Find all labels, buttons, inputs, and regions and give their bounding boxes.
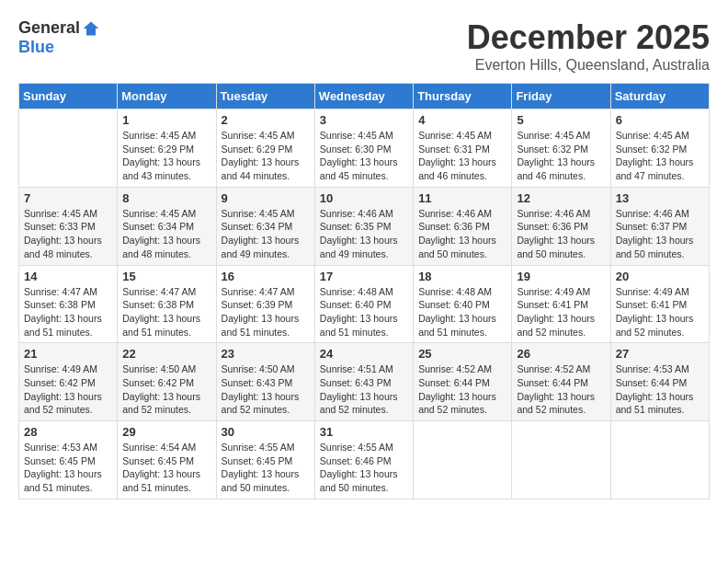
day-number: 8 bbox=[122, 191, 210, 205]
day-number: 13 bbox=[616, 191, 704, 205]
calendar-cell: 20Sunrise: 4:49 AMSunset: 6:41 PMDayligh… bbox=[610, 265, 709, 343]
day-info: Sunrise: 4:46 AMSunset: 6:36 PMDaylight:… bbox=[418, 207, 506, 261]
calendar-cell: 29Sunrise: 4:54 AMSunset: 6:45 PMDayligh… bbox=[118, 421, 216, 500]
calendar-cell: 18Sunrise: 4:48 AMSunset: 6:40 PMDayligh… bbox=[414, 265, 512, 343]
day-info: Sunrise: 4:45 AMSunset: 6:32 PMDaylight:… bbox=[517, 129, 605, 183]
location-title: Everton Hills, Queensland, Australia bbox=[467, 57, 710, 74]
day-number: 12 bbox=[517, 191, 605, 205]
logo-blue-text: Blue bbox=[18, 38, 54, 57]
day-info: Sunrise: 4:55 AMSunset: 6:45 PMDaylight:… bbox=[222, 441, 310, 495]
day-number: 23 bbox=[222, 347, 310, 361]
calendar-cell: 8Sunrise: 4:45 AMSunset: 6:34 PMDaylight… bbox=[118, 187, 216, 265]
calendar-cell: 21Sunrise: 4:49 AMSunset: 6:42 PMDayligh… bbox=[19, 343, 118, 421]
calendar: SundayMondayTuesdayWednesdayThursdayFrid… bbox=[18, 83, 710, 500]
day-info: Sunrise: 4:52 AMSunset: 6:44 PMDaylight:… bbox=[517, 362, 605, 417]
day-number: 15 bbox=[122, 270, 210, 283]
day-info: Sunrise: 4:54 AMSunset: 6:45 PMDaylight:… bbox=[122, 441, 210, 495]
day-number: 3 bbox=[320, 113, 408, 127]
month-title: December 2025 bbox=[467, 18, 710, 57]
calendar-cell bbox=[610, 421, 709, 500]
day-number: 31 bbox=[320, 425, 408, 439]
calendar-cell: 25Sunrise: 4:52 AMSunset: 6:44 PMDayligh… bbox=[414, 343, 512, 421]
day-number: 21 bbox=[24, 347, 112, 361]
calendar-cell: 19Sunrise: 4:49 AMSunset: 6:41 PMDayligh… bbox=[512, 265, 610, 343]
day-number: 6 bbox=[616, 113, 704, 127]
weekday-header-thursday: Thursday bbox=[414, 84, 512, 109]
day-info: Sunrise: 4:49 AMSunset: 6:42 PMDaylight:… bbox=[24, 362, 112, 417]
day-number: 11 bbox=[418, 191, 506, 205]
day-info: Sunrise: 4:50 AMSunset: 6:42 PMDaylight:… bbox=[122, 362, 210, 417]
day-number: 16 bbox=[222, 270, 310, 283]
day-number: 17 bbox=[320, 270, 408, 283]
weekday-header-sunday: Sunday bbox=[19, 84, 118, 109]
calendar-cell: 27Sunrise: 4:53 AMSunset: 6:44 PMDayligh… bbox=[610, 343, 709, 421]
calendar-cell: 10Sunrise: 4:46 AMSunset: 6:35 PMDayligh… bbox=[314, 187, 413, 265]
day-info: Sunrise: 4:52 AMSunset: 6:44 PMDaylight:… bbox=[418, 362, 506, 417]
calendar-cell: 16Sunrise: 4:47 AMSunset: 6:39 PMDayligh… bbox=[216, 265, 314, 343]
day-info: Sunrise: 4:45 AMSunset: 6:33 PMDaylight:… bbox=[24, 207, 112, 261]
svg-marker-0 bbox=[84, 21, 99, 35]
weekday-header-wednesday: Wednesday bbox=[314, 84, 413, 109]
day-number: 25 bbox=[418, 347, 506, 361]
day-number: 2 bbox=[222, 113, 310, 127]
day-info: Sunrise: 4:46 AMSunset: 6:36 PMDaylight:… bbox=[517, 207, 605, 261]
day-number: 24 bbox=[320, 347, 408, 361]
calendar-cell: 13Sunrise: 4:46 AMSunset: 6:37 PMDayligh… bbox=[610, 187, 709, 265]
day-number: 10 bbox=[320, 191, 408, 205]
calendar-cell bbox=[414, 421, 512, 500]
day-info: Sunrise: 4:47 AMSunset: 6:39 PMDaylight:… bbox=[222, 285, 310, 339]
day-info: Sunrise: 4:45 AMSunset: 6:34 PMDaylight:… bbox=[222, 207, 310, 261]
day-info: Sunrise: 4:45 AMSunset: 6:29 PMDaylight:… bbox=[122, 129, 210, 183]
calendar-cell: 24Sunrise: 4:51 AMSunset: 6:43 PMDayligh… bbox=[314, 343, 413, 421]
day-info: Sunrise: 4:46 AMSunset: 6:37 PMDaylight:… bbox=[616, 207, 704, 261]
logo-icon bbox=[82, 19, 100, 38]
calendar-cell bbox=[19, 109, 118, 188]
calendar-cell: 7Sunrise: 4:45 AMSunset: 6:33 PMDaylight… bbox=[19, 187, 118, 265]
day-info: Sunrise: 4:46 AMSunset: 6:35 PMDaylight:… bbox=[320, 207, 408, 261]
calendar-cell: 31Sunrise: 4:55 AMSunset: 6:46 PMDayligh… bbox=[314, 421, 413, 500]
calendar-cell: 30Sunrise: 4:55 AMSunset: 6:45 PMDayligh… bbox=[216, 421, 314, 500]
calendar-cell: 26Sunrise: 4:52 AMSunset: 6:44 PMDayligh… bbox=[512, 343, 610, 421]
day-number: 18 bbox=[418, 270, 506, 283]
day-info: Sunrise: 4:49 AMSunset: 6:41 PMDaylight:… bbox=[517, 285, 605, 339]
calendar-cell: 5Sunrise: 4:45 AMSunset: 6:32 PMDaylight… bbox=[512, 109, 610, 188]
day-info: Sunrise: 4:55 AMSunset: 6:46 PMDaylight:… bbox=[320, 441, 408, 495]
day-number: 1 bbox=[122, 113, 210, 127]
day-info: Sunrise: 4:45 AMSunset: 6:29 PMDaylight:… bbox=[222, 129, 310, 183]
day-number: 4 bbox=[418, 113, 506, 127]
day-info: Sunrise: 4:47 AMSunset: 6:38 PMDaylight:… bbox=[122, 285, 210, 339]
day-number: 5 bbox=[517, 113, 605, 127]
day-number: 26 bbox=[517, 347, 605, 361]
day-info: Sunrise: 4:48 AMSunset: 6:40 PMDaylight:… bbox=[418, 285, 506, 339]
logo-general-text: General bbox=[18, 18, 80, 38]
day-number: 30 bbox=[222, 425, 310, 439]
day-info: Sunrise: 4:45 AMSunset: 6:32 PMDaylight:… bbox=[616, 129, 704, 183]
calendar-cell: 15Sunrise: 4:47 AMSunset: 6:38 PMDayligh… bbox=[118, 265, 216, 343]
day-number: 19 bbox=[517, 270, 605, 283]
day-info: Sunrise: 4:51 AMSunset: 6:43 PMDaylight:… bbox=[320, 362, 408, 417]
day-info: Sunrise: 4:53 AMSunset: 6:44 PMDaylight:… bbox=[616, 362, 704, 417]
day-number: 20 bbox=[616, 270, 704, 283]
title-area: December 2025 Everton Hills, Queensland,… bbox=[467, 18, 710, 74]
day-number: 22 bbox=[122, 347, 210, 361]
weekday-header-monday: Monday bbox=[118, 84, 216, 109]
calendar-cell: 11Sunrise: 4:46 AMSunset: 6:36 PMDayligh… bbox=[414, 187, 512, 265]
calendar-cell: 23Sunrise: 4:50 AMSunset: 6:43 PMDayligh… bbox=[216, 343, 314, 421]
day-info: Sunrise: 4:45 AMSunset: 6:30 PMDaylight:… bbox=[320, 129, 408, 183]
day-number: 27 bbox=[616, 347, 704, 361]
calendar-cell: 17Sunrise: 4:48 AMSunset: 6:40 PMDayligh… bbox=[314, 265, 413, 343]
weekday-header-friday: Friday bbox=[512, 84, 610, 109]
day-info: Sunrise: 4:48 AMSunset: 6:40 PMDaylight:… bbox=[320, 285, 408, 339]
weekday-header-saturday: Saturday bbox=[610, 84, 709, 109]
day-info: Sunrise: 4:53 AMSunset: 6:45 PMDaylight:… bbox=[24, 441, 112, 495]
day-info: Sunrise: 4:50 AMSunset: 6:43 PMDaylight:… bbox=[222, 362, 310, 417]
calendar-cell: 14Sunrise: 4:47 AMSunset: 6:38 PMDayligh… bbox=[19, 265, 118, 343]
day-number: 14 bbox=[24, 270, 112, 283]
day-info: Sunrise: 4:45 AMSunset: 6:34 PMDaylight:… bbox=[122, 207, 210, 261]
calendar-cell: 22Sunrise: 4:50 AMSunset: 6:42 PMDayligh… bbox=[118, 343, 216, 421]
day-number: 9 bbox=[222, 191, 310, 205]
calendar-cell bbox=[512, 421, 610, 500]
day-number: 29 bbox=[122, 425, 210, 439]
calendar-cell: 2Sunrise: 4:45 AMSunset: 6:29 PMDaylight… bbox=[216, 109, 314, 188]
calendar-cell: 9Sunrise: 4:45 AMSunset: 6:34 PMDaylight… bbox=[216, 187, 314, 265]
